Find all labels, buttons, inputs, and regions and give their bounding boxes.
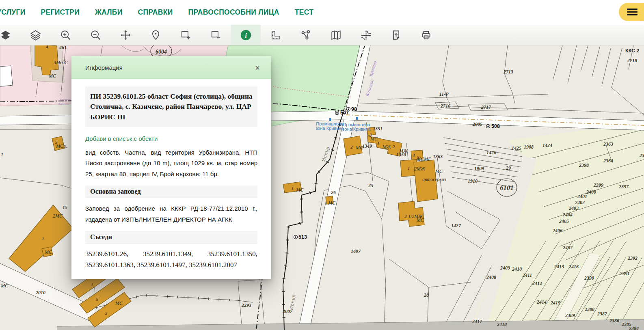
nav-item-pravosposobni-lica[interactable]: ПРАВОСПОСОБНИ ЛИЦА — [188, 8, 279, 17]
road-bottom — [57, 319, 644, 330]
map-toolbar: i — [0, 25, 644, 45]
hydrant-icon — [329, 118, 331, 121]
close-icon[interactable]: × — [253, 63, 262, 72]
section-heading-order: Основна заповед — [85, 185, 257, 198]
map-canvas[interactable]: 61016004ККС 22718271311-Р271627172005135… — [0, 45, 644, 330]
zoom-in-icon — [60, 29, 71, 41]
map-label: 1 — [1, 152, 3, 157]
map-label: 1909 — [474, 166, 484, 171]
map-label: 25 — [368, 183, 373, 188]
map-label: 2717 — [481, 104, 491, 110]
zoom-in-tool[interactable] — [50, 25, 80, 45]
export-page-icon — [390, 29, 402, 41]
location-pin-icon — [150, 29, 162, 41]
hydrant-icon — [356, 117, 358, 120]
rectangle-plus-icon — [180, 29, 192, 41]
top-navigation: УСЛУГИ РЕГИСТРИ ЖАЛБИ СПРАВКИ ПРАВОСПОСО… — [0, 0, 644, 25]
parcel-circle-6101 — [497, 179, 517, 196]
export-tool[interactable] — [381, 25, 411, 45]
hamburger-icon — [627, 9, 638, 10]
nav-item-registri[interactable]: РЕГИСТРИ — [41, 8, 80, 17]
nav-item-zhalbi[interactable]: ЖАЛБИ — [95, 8, 123, 17]
nav-item-uslugi[interactable]: УСЛУГИ — [0, 8, 26, 17]
section-heading-neighbors: Съседи — [85, 231, 257, 244]
map-label: Искър — [288, 294, 297, 311]
info-panel-header: Информация × — [71, 56, 271, 79]
printer-icon — [420, 29, 432, 41]
info-icon: i — [240, 29, 252, 41]
map-label: 15 — [63, 205, 67, 210]
parcel-details: вид собств. Частна, вид територия Урбани… — [85, 147, 257, 179]
measure-tool[interactable] — [261, 25, 291, 45]
coordinate-axes-icon — [360, 29, 372, 41]
locate-tool[interactable] — [140, 25, 171, 45]
print-tool[interactable] — [411, 25, 441, 45]
map-label: Кривина — [368, 60, 377, 78]
parcel-2293 — [238, 280, 265, 329]
info-panel: Информация × ПИ 35239.6101.25 област Соф… — [71, 56, 271, 279]
pan-tool[interactable] — [110, 25, 140, 45]
agro-zone — [471, 122, 644, 330]
map-label: Казичене — [364, 79, 374, 97]
topology-tool[interactable] — [291, 25, 321, 45]
nodes-icon — [300, 29, 312, 41]
folded-map-icon — [330, 29, 342, 41]
layers-icon — [30, 29, 41, 41]
nav-menu: УСЛУГИ РЕГИСТРИ ЖАЛБИ СПРАВКИ ПРАВОСПОСО… — [0, 8, 313, 17]
map-label: 513 — [298, 234, 307, 240]
zoom-out-icon — [90, 29, 102, 41]
info-tool[interactable]: i — [231, 25, 261, 45]
add-to-object-list-link[interactable]: Добави в списък с обекти — [85, 135, 158, 142]
order-text: Заповед за одобрение на КККР РД-18-77/21… — [85, 203, 257, 225]
zoom-out-tool[interactable] — [80, 25, 110, 45]
pan-icon — [120, 29, 132, 41]
select-minus-tool[interactable] — [201, 25, 231, 45]
nav-item-spravki[interactable]: СПРАВКИ — [138, 8, 173, 17]
info-panel-body: ПИ 35239.6101.25 област София (столица),… — [71, 79, 271, 279]
coordinates-tool[interactable] — [351, 25, 381, 45]
map-label: 11-Р — [439, 91, 449, 97]
map-label: зона Кривина — [316, 126, 344, 131]
svg-text:i: i — [245, 31, 247, 39]
neighbors-list: 35239.6101.26, 35239.6101.1349, 35239.61… — [85, 248, 257, 270]
parcel-address: ПИ 35239.6101.25 област София (столица),… — [85, 86, 257, 127]
map-label: 1427 — [451, 223, 461, 229]
panel-title: Информация — [85, 64, 123, 71]
map-label: 1349 — [362, 143, 372, 149]
layers-filled-tool[interactable] — [0, 25, 20, 45]
map-label: 28 — [424, 292, 429, 298]
map-sheets-tool[interactable] — [321, 25, 351, 45]
map-label: 2293 — [241, 302, 251, 308]
white-building — [0, 66, 13, 86]
layers-filled-icon — [0, 29, 11, 41]
nav-item-test[interactable]: ТЕСТ — [295, 8, 313, 17]
map-label: 2718 — [627, 58, 637, 63]
road-east — [341, 111, 644, 130]
select-plus-tool[interactable] — [171, 25, 201, 45]
ruler-icon — [270, 29, 282, 41]
map-label: 1497 — [351, 248, 361, 254]
rectangle-minus-icon — [210, 29, 222, 41]
hamburger-menu-button[interactable] — [619, 3, 644, 21]
layers-tool[interactable] — [20, 25, 50, 45]
map-label: 1363 — [433, 154, 443, 160]
